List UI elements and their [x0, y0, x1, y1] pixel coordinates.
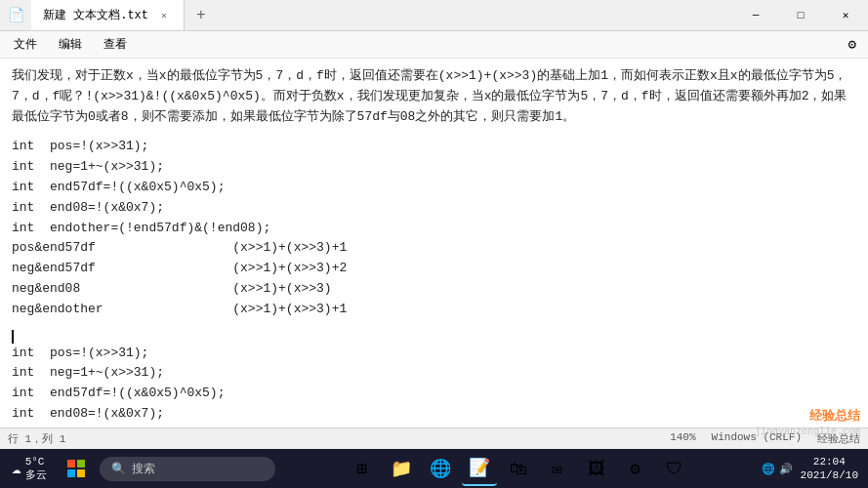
- menu-view[interactable]: 查看: [94, 34, 137, 55]
- security-icon[interactable]: 🛡: [657, 451, 692, 486]
- intro-paragraph: 我们发现，对于正数x，当x的最低位字节为5，7，d，f时，返回值还需要在(x>>…: [12, 66, 856, 127]
- svg-rect-1: [77, 460, 85, 468]
- editor-content[interactable]: 我们发现，对于正数x，当x的最低位字节为5，7，d，f时，返回值还需要在(x>>…: [0, 59, 868, 427]
- app-icon: 📄: [0, 0, 31, 31]
- watermark: 经验总结 jingyanzonglie.com: [755, 408, 860, 439]
- edge-icon[interactable]: 🌐: [423, 451, 458, 486]
- active-tab[interactable]: 新建 文本文档.txt ✕: [31, 0, 185, 30]
- code-section-2: int pos=!(x>>31); int neg=1+~(x>>31); in…: [12, 344, 856, 427]
- title-bar: 📄 新建 文本文档.txt ✕ + ─ □ ✕: [0, 0, 868, 31]
- text-cursor: [12, 330, 14, 344]
- watermark-sub: jingyanzonglie.com: [755, 426, 860, 439]
- time: 22:04: [813, 455, 846, 468]
- taskbar: ☁ 5°C 多云 🔍 搜索 ⊞ 📁 🌐 📝 🛍 ✉ 🖼 ⚙ 🛡 🌐 🔊 22:0: [0, 449, 868, 488]
- start-button[interactable]: [57, 449, 96, 488]
- zoom-level: 140%: [670, 431, 695, 446]
- photos-icon[interactable]: 🖼: [579, 451, 614, 486]
- weather-widget: ☁ 5°C 多云: [6, 456, 53, 482]
- menu-file[interactable]: 文件: [4, 34, 47, 55]
- notepad-icon[interactable]: 📝: [462, 451, 497, 486]
- clock: 22:04 2021/8/10: [797, 455, 862, 483]
- cursor-line: [12, 330, 856, 344]
- tab-area: 新建 文本文档.txt ✕ +: [31, 0, 733, 30]
- menu-edit[interactable]: 编辑: [49, 34, 92, 55]
- taskbar-app-icons: ⊞ 📁 🌐 📝 🛍 ✉ 🖼 ⚙ 🛡: [279, 451, 758, 486]
- cursor-position: 行 1，列 1: [8, 431, 65, 446]
- tab-close-button[interactable]: ✕: [156, 8, 172, 23]
- system-tray: 🌐 🔊: [762, 463, 793, 475]
- volume-icon: 🔊: [779, 463, 793, 475]
- store-icon[interactable]: 🛍: [501, 451, 536, 486]
- svg-rect-0: [67, 460, 75, 468]
- windows-icon: [67, 460, 85, 477]
- explorer-icon[interactable]: 📁: [384, 451, 419, 486]
- date: 2021/8/10: [801, 468, 858, 482]
- code-block-1: int pos=!(x>>31); int neg=1+~(x>>31); in…: [12, 137, 856, 319]
- status-bar: 行 1，列 1 140% Windows (CRLF) 经验总结: [0, 427, 868, 449]
- temperature: 5°C: [25, 456, 47, 468]
- settings-icon[interactable]: ⚙: [618, 451, 653, 486]
- taskview-button[interactable]: ⊞: [345, 451, 380, 486]
- minimize-button[interactable]: ─: [733, 0, 778, 30]
- weather-desc: 多云: [25, 468, 47, 482]
- close-button[interactable]: ✕: [823, 0, 868, 30]
- tab-label: 新建 文本文档.txt: [43, 7, 148, 23]
- search-icon: 🔍: [111, 462, 126, 476]
- maximize-button[interactable]: □: [778, 0, 823, 30]
- menu-bar: 文件 编辑 查看 ⚙: [0, 31, 868, 59]
- svg-rect-2: [67, 469, 75, 477]
- code-section-1: int pos=!(x>>31); int neg=1+~(x>>31); in…: [12, 137, 856, 319]
- settings-button[interactable]: ⚙: [841, 34, 864, 55]
- search-bar[interactable]: 🔍 搜索: [100, 457, 275, 481]
- weather-icon: ☁: [12, 459, 21, 478]
- network-icon: 🌐: [762, 463, 775, 475]
- mail-icon[interactable]: ✉: [540, 451, 575, 486]
- new-tab-button[interactable]: +: [185, 0, 218, 30]
- weather-info: 5°C 多云: [25, 456, 47, 482]
- code-block-2: int pos=!(x>>31); int neg=1+~(x>>31); in…: [12, 344, 856, 427]
- svg-rect-3: [77, 469, 85, 477]
- window-controls: ─ □ ✕: [733, 0, 868, 30]
- watermark-brand: 经验总结: [755, 408, 860, 426]
- search-label: 搜索: [132, 461, 155, 477]
